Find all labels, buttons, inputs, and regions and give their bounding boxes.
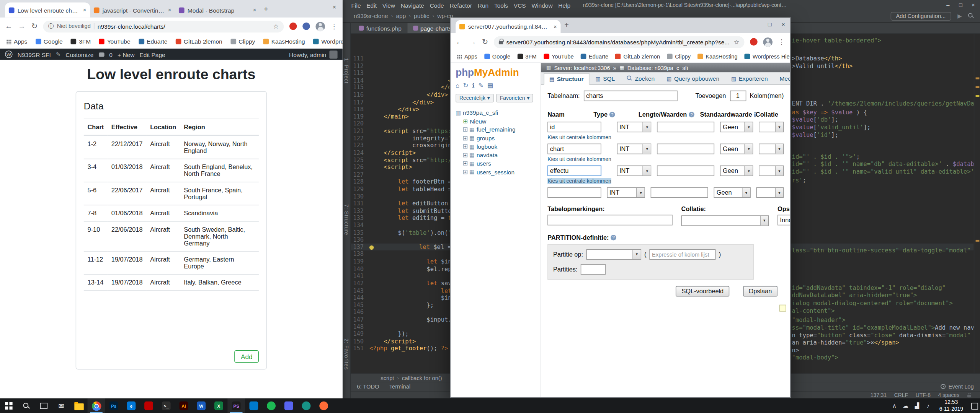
tool-window-button[interactable]: 2: Favorites (343, 338, 349, 370)
tree-item[interactable]: +▦logbook (456, 142, 541, 151)
search-button[interactable] (18, 398, 35, 413)
browser-tab[interactable]: Low level enroute charts – N× (5, 3, 90, 18)
column-name-input[interactable] (547, 166, 601, 176)
menu-run[interactable]: Run (478, 2, 488, 8)
close-icon[interactable]: × (782, 21, 785, 28)
bookmark-item[interactable]: Google (484, 54, 511, 60)
sql-preview-button[interactable]: SQL-voorbeeld (676, 286, 729, 296)
browser-tab[interactable]: server007.yourhosting.nl:8443 /...× (456, 20, 560, 33)
postman[interactable] (315, 398, 333, 413)
column-default-select[interactable]: Geen▾ (714, 187, 751, 198)
tool-window-button[interactable]: 1: Project (343, 58, 349, 84)
pma-tab-structuur[interactable]: ▤Structuur (544, 73, 589, 85)
tool-window-button[interactable]: Terminal (389, 383, 411, 389)
spotify[interactable] (263, 398, 280, 413)
column-type-select[interactable]: INT▾ (607, 187, 645, 198)
edge-browser[interactable]: e (122, 398, 140, 413)
code-line[interactable]: ss="modal-title" id="exampleModalLabel">… (792, 324, 974, 331)
table-name-input[interactable] (583, 91, 677, 101)
column-type-select[interactable]: INT▾ (617, 144, 652, 154)
status-item[interactable]: UTF-8 (916, 392, 931, 398)
code-line[interactable]: >Database</th> (792, 55, 842, 62)
server-label[interactable]: Server: localhost:3306 (554, 65, 610, 71)
bookmark-item[interactable]: Apps (6, 38, 27, 45)
run-icon[interactable]: ▶ (957, 13, 962, 19)
central-columns-link[interactable]: Kies uit centrale kolommen (547, 178, 611, 184)
forward-icon[interactable]: → (18, 22, 26, 31)
word[interactable]: W (193, 398, 210, 413)
column-type-select[interactable]: INT▾ (617, 166, 652, 176)
code-line[interactable]: as $key => $value ) { (792, 109, 867, 116)
tree-item[interactable]: +▦groups (456, 134, 541, 142)
column-name-input[interactable] (547, 122, 601, 132)
tool-window-button[interactable]: 7: Structure (343, 204, 349, 236)
central-columns-link[interactable]: Kies uit centrale kolommen (547, 156, 611, 162)
bookmark-item[interactable]: Apps (457, 54, 477, 60)
wp-customize[interactable]: Customize (65, 51, 93, 58)
partition-by-select[interactable]: ▾ (586, 249, 641, 260)
column-length-input[interactable] (651, 187, 708, 198)
tree-item[interactable]: +▦fuel_remaining (456, 125, 541, 134)
tree-item[interactable]: +▦users_session (456, 167, 541, 176)
code-line[interactable]: id="' . $id . '" name="valid_until" data… (792, 168, 974, 175)
maximize-icon[interactable]: □ (768, 21, 771, 28)
intention-bulb-icon[interactable] (369, 245, 374, 249)
menu-help[interactable]: Help (558, 2, 570, 8)
code-line[interactable]: al-content"> (792, 307, 835, 314)
browser-tab[interactable]: javascript - Converting an ob× (90, 3, 175, 18)
breadcrumb-item[interactable]: app (396, 13, 406, 20)
menu-tools[interactable]: Tools (494, 2, 508, 8)
code-line[interactable]: id="addNavdata" tabindex="-1" role="dial… (792, 284, 946, 291)
tab-close-icon[interactable]: × (83, 7, 87, 13)
chrome-browser[interactable] (88, 398, 105, 413)
tree-item[interactable]: ⊞Nieuw (456, 117, 541, 125)
wp-avatar[interactable] (329, 50, 337, 58)
bookmark-item[interactable]: Clippy (667, 54, 691, 60)
code-line[interactable]: n> (792, 346, 799, 354)
code-line[interactable]: id="' . $id . '" name="db" data-editable… (792, 161, 974, 168)
expand-icon[interactable]: + (463, 127, 467, 132)
code-line[interactable]: "modal-body"> (792, 354, 838, 361)
extension-icon[interactable] (289, 23, 297, 30)
code-line[interactable]: n type="button" class="close" data-dismi… (792, 332, 974, 339)
discord[interactable] (280, 398, 297, 413)
terminal[interactable]: >_ (157, 398, 175, 413)
bookmark-star-icon[interactable]: ☆ (734, 38, 740, 45)
illustrator[interactable]: Ai (175, 398, 193, 413)
code-line[interactable]: $value['db']; (792, 116, 838, 124)
minimize-icon[interactable]: – (946, 2, 949, 8)
mail-app[interactable]: ✉ (52, 398, 70, 413)
code-line[interactable]: ENT_DIR . '/themes/2lemon/includes/queri… (792, 100, 974, 107)
bookmark-item[interactable]: Eduarte (581, 54, 609, 60)
new-tab-button[interactable]: + (264, 5, 268, 14)
pma-tab-exporteren[interactable]: ▨Exporteren (725, 72, 773, 84)
start-button[interactable] (0, 398, 18, 413)
bookmark-star-icon[interactable]: ☆ (273, 23, 279, 30)
column-collation-select[interactable]: ▾ (759, 166, 784, 176)
table-comments-input[interactable] (547, 215, 673, 226)
address-bar[interactable]: ⓘ Niet beveiligd n939sr-clone.local/char… (43, 20, 284, 32)
column-length-input[interactable] (657, 166, 715, 176)
tab-close-icon[interactable]: × (168, 7, 172, 13)
docs-icon[interactable]: ℹ (472, 82, 474, 89)
pma-tab-zoeken[interactable]: Zoeken (621, 72, 660, 84)
readonly-lock-icon[interactable] (967, 395, 971, 397)
column-default-select[interactable]: Geen▾ (720, 122, 753, 132)
central-columns-link[interactable]: Kies uit centrale kolommen (547, 134, 611, 140)
tray-expand-icon[interactable]: ∧ (889, 398, 900, 413)
wp-howdy[interactable]: Howdy, admin (289, 51, 326, 58)
back-icon[interactable]: ← (5, 22, 13, 31)
back-icon[interactable]: ← (456, 37, 463, 46)
tree-database-root[interactable]: ▥n939pa_c_sfi (456, 109, 541, 117)
extension-icon[interactable] (302, 23, 310, 30)
excel[interactable]: X (210, 398, 228, 413)
menu-code[interactable]: Code (430, 2, 444, 8)
expand-icon[interactable]: + (463, 136, 467, 140)
wp-new-button[interactable]: + New (118, 51, 134, 58)
taskbar-clock[interactable]: 12:536-11-2019 (934, 399, 969, 413)
expand-icon[interactable]: + (463, 153, 467, 157)
new-tab-button[interactable]: + (564, 21, 568, 29)
menu-vcs[interactable]: VCS (514, 2, 526, 8)
wp-comments-count[interactable]: 0 (109, 51, 113, 58)
help-icon[interactable]: ? (611, 234, 616, 240)
